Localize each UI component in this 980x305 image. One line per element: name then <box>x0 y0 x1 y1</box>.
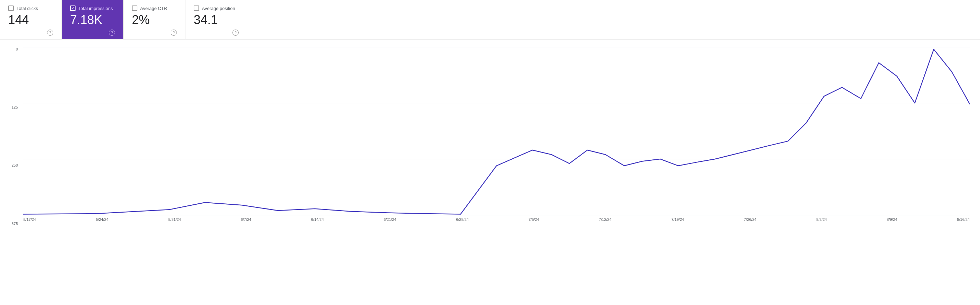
y-axis-labels: 3752501250 <box>7 47 21 226</box>
metric-label-average-position: Average position <box>202 6 235 11</box>
checkbox-total-impressions[interactable]: ✓ <box>70 5 76 11</box>
metric-label-total-clicks: Total clicks <box>16 6 38 11</box>
metrics-bar: Total clicks144?✓Total impressions7.18K?… <box>0 0 980 40</box>
x-label-2: 5/31/24 <box>168 218 181 222</box>
help-icon-total-impressions[interactable]: ? <box>109 30 115 36</box>
x-label-7: 7/5/24 <box>528 218 539 222</box>
checkbox-average-ctr[interactable] <box>132 5 137 11</box>
x-label-4: 6/14/24 <box>311 218 324 222</box>
metric-card-average-ctr[interactable]: Average CTR2%? <box>124 0 185 39</box>
x-label-1: 5/24/24 <box>96 218 108 222</box>
x-label-3: 6/7/24 <box>241 218 251 222</box>
chart-svg <box>23 47 970 215</box>
x-label-10: 7/26/24 <box>744 218 756 222</box>
checkbox-total-clicks[interactable] <box>8 5 14 11</box>
chart-area <box>23 47 970 215</box>
metric-label-average-ctr: Average CTR <box>140 6 167 11</box>
metric-card-total-clicks[interactable]: Total clicks144? <box>0 0 62 39</box>
x-label-9: 7/19/24 <box>671 218 684 222</box>
metric-value-average-position: 34.1 <box>194 13 239 27</box>
x-axis: 5/17/245/24/245/31/246/7/246/14/246/21/2… <box>23 215 970 226</box>
x-label-5: 6/21/24 <box>383 218 396 222</box>
metric-card-total-impressions[interactable]: ✓Total impressions7.18K? <box>62 0 124 39</box>
chart-container: 3752501250 5/17/245/24/245/31/246/7/246/… <box>0 40 980 229</box>
x-label-13: 8/16/24 <box>957 218 970 222</box>
metric-card-average-position[interactable]: Average position34.1? <box>185 0 247 39</box>
y-tick-2: 125 <box>7 105 21 109</box>
chart-wrap: 3752501250 5/17/245/24/245/31/246/7/246/… <box>7 47 973 226</box>
metric-value-average-ctr: 2% <box>132 13 177 27</box>
metric-value-total-clicks: 144 <box>8 13 53 27</box>
help-icon-total-clicks[interactable]: ? <box>47 30 53 36</box>
checkbox-average-position[interactable] <box>194 5 199 11</box>
x-label-6: 6/28/24 <box>456 218 469 222</box>
x-label-12: 8/9/24 <box>886 218 897 222</box>
x-label-8: 7/12/24 <box>599 218 612 222</box>
metric-value-total-impressions: 7.18K <box>70 13 115 27</box>
x-label-0: 5/17/24 <box>23 218 36 222</box>
y-tick-3: 0 <box>7 47 21 51</box>
help-icon-average-ctr[interactable]: ? <box>171 30 177 36</box>
help-icon-average-position[interactable]: ? <box>232 30 239 36</box>
y-tick-1: 250 <box>7 163 21 167</box>
y-tick-0: 375 <box>7 222 21 226</box>
metric-label-total-impressions: Total impressions <box>78 6 113 11</box>
x-label-11: 8/2/24 <box>816 218 827 222</box>
